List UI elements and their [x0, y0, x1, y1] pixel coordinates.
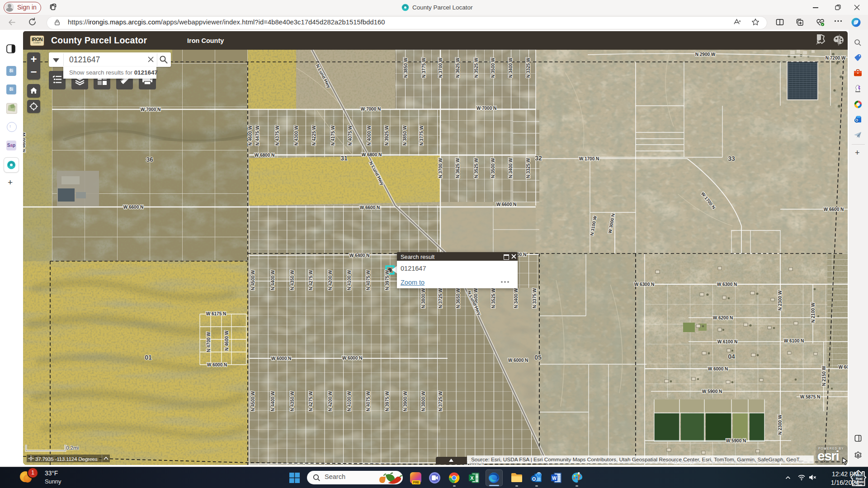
svg-text:W 6000 N: W 6000 N [342, 356, 362, 361]
svg-text:W 6100 N: W 6100 N [784, 338, 804, 343]
svg-text:W 6400 N: W 6400 N [349, 253, 369, 258]
svg-text:W 6000 N: W 6000 N [207, 362, 227, 367]
svg-text:33: 33 [728, 155, 735, 162]
svg-text:N 3325 W: N 3325 W [526, 57, 531, 78]
svg-text:W 6300 N: W 6300 N [634, 282, 654, 287]
svg-text:N 3525 W: N 3525 W [474, 158, 479, 178]
svg-text:N 3850 W: N 3850 W [403, 57, 408, 78]
svg-text:N 3700 W: N 3700 W [438, 57, 443, 78]
svg-text:W 5875 N: W 5875 N [800, 394, 820, 399]
svg-text:N 3850 W: N 3850 W [402, 125, 407, 145]
svg-text:N 4700 W: N 4700 W [206, 332, 211, 352]
svg-text:W 6600 N: W 6600 N [824, 207, 844, 212]
svg-text:N 4275 W: N 4275 W [308, 391, 313, 411]
svg-text:W 6100 N: W 6100 N [717, 339, 737, 344]
svg-text:O: O [532, 476, 536, 482]
svg-text:N 3650 W: N 3650 W [456, 288, 461, 308]
svg-text:N 4350 W: N 4350 W [290, 391, 295, 411]
svg-text:O: O [855, 118, 859, 122]
svg-text:N 3325 W: N 3325 W [526, 158, 531, 178]
svg-text:W 6600 N: W 6600 N [360, 205, 380, 210]
svg-text:N 4275 W: N 4275 W [308, 270, 313, 290]
svg-text:31: 31 [340, 155, 348, 162]
svg-text:N 4000 W: N 4000 W [367, 125, 372, 145]
svg-text:N 4600 W: N 4600 W [224, 330, 229, 351]
svg-text:N 4225 W: N 4225 W [311, 125, 316, 145]
svg-text:N 4500 W: N 4500 W [250, 391, 255, 411]
svg-text:N 3625 W: N 3625 W [455, 57, 460, 78]
svg-text:N 4175 W: N 4175 W [330, 125, 335, 145]
svg-text:N 3400 W: N 3400 W [508, 158, 513, 178]
svg-text:32: 32 [535, 155, 542, 162]
svg-text:N 4100 W: N 4100 W [347, 391, 352, 411]
svg-text:N 4400 W: N 4400 W [270, 270, 275, 290]
svg-text:W 6800 N: W 6800 N [255, 153, 274, 158]
svg-text:W 5900 N: W 5900 N [726, 438, 746, 443]
svg-text:N 3725 W: N 3725 W [438, 288, 443, 308]
svg-text:N 3800 W: N 3800 W [421, 288, 426, 308]
svg-text:W 6000 N: W 6000 N [708, 366, 728, 371]
svg-text:W 7000 N: W 7000 N [361, 107, 381, 112]
svg-text:W 7000 N: W 7000 N [476, 106, 496, 111]
svg-text:N 4400 W: N 4400 W [270, 391, 275, 411]
svg-text:N 4075 W: N 4075 W [366, 391, 371, 411]
svg-text:N 3500 W: N 3500 W [491, 57, 495, 78]
svg-text:W 6600 N: W 6600 N [123, 205, 143, 210]
svg-text:N 7200 W: N 7200 W [826, 56, 846, 61]
svg-text:W 6600 N: W 6600 N [496, 202, 516, 207]
svg-text:N 3925 W: N 3925 W [384, 125, 389, 145]
svg-text:Real: Real [856, 477, 863, 480]
svg-text:N 4600 W: N 4600 W [23, 132, 26, 152]
svg-text:N 3975 W: N 3975 W [385, 270, 390, 290]
svg-text:W 7000 N: W 7000 N [141, 107, 160, 112]
svg-text:W 5900 N: W 5900 N [702, 389, 722, 394]
svg-text:N 3375 W: N 3375 W [532, 288, 537, 308]
svg-text:W: W [552, 475, 557, 481]
svg-text:N 4200 W: N 4200 W [328, 270, 333, 290]
svg-text:W 1700 N: W 1700 N [579, 156, 599, 161]
svg-text:N 3525 W: N 3525 W [474, 57, 479, 78]
svg-text:36: 36 [146, 156, 153, 163]
svg-text:N 3775 W: N 3775 W [419, 125, 424, 145]
svg-text:N 4350 W: N 4350 W [290, 270, 295, 290]
svg-text:W 6000 N: W 6000 N [271, 356, 291, 361]
svg-text:N 4100 W: N 4100 W [347, 270, 352, 290]
svg-text:N 4475 W: N 4475 W [255, 125, 260, 145]
svg-text:X: X [470, 475, 474, 481]
svg-text:N 3900 W: N 3900 W [403, 391, 408, 411]
svg-text:N 2100 W: N 2100 W [811, 302, 816, 323]
svg-text:N 2900 W: N 2900 W [695, 52, 716, 57]
svg-text:N 3525 W: N 3525 W [491, 288, 496, 308]
svg-text:N 3500 W: N 3500 W [491, 158, 495, 178]
svg-text:N 2300 W: N 2300 W [778, 290, 783, 310]
svg-text:N 3400 W: N 3400 W [508, 57, 513, 78]
svg-text:N 3775 W: N 3775 W [421, 57, 426, 78]
svg-text:N 4600 W: N 4600 W [248, 125, 253, 145]
svg-text:N 4200 W: N 4200 W [328, 391, 333, 411]
svg-text:N 3700 W: N 3700 W [438, 158, 443, 178]
svg-text:N 3800 W: N 3800 W [421, 391, 426, 411]
svg-text:W 6300 N: W 6300 N [717, 282, 737, 287]
svg-text:N 4300 W: N 4300 W [294, 125, 299, 145]
svg-text:N 4075 W: N 4075 W [366, 270, 371, 290]
svg-text:N 2300 W: N 2300 W [778, 414, 783, 435]
svg-text:Utah: Utah [856, 474, 863, 477]
svg-text:01: 01 [145, 354, 152, 361]
svg-text:N 4075 W: N 4075 W [348, 125, 353, 145]
svg-text:N 3725 W: N 3725 W [438, 391, 443, 411]
svg-text:W 600: W 600 [839, 365, 848, 370]
svg-text:N 2150 W: N 2150 W [821, 366, 826, 386]
svg-text:W 6000 N: W 6000 N [508, 358, 528, 363]
svg-text:04: 04 [728, 353, 735, 360]
svg-text:.com: .com [855, 483, 862, 487]
svg-text:N 3625 W: N 3625 W [455, 158, 460, 178]
svg-text:N 4375 W: N 4375 W [275, 125, 280, 145]
svg-text:05: 05 [534, 354, 542, 361]
svg-text:N 3400 W: N 3400 W [514, 288, 519, 308]
svg-text:N 3975 W: N 3975 W [385, 391, 390, 411]
svg-text:N 4500 W: N 4500 W [250, 270, 255, 290]
svg-text:W 6200 N: W 6200 N [713, 315, 733, 320]
svg-text:W 6800 N: W 6800 N [362, 152, 382, 157]
svg-text:W 6175 N: W 6175 N [206, 311, 226, 316]
